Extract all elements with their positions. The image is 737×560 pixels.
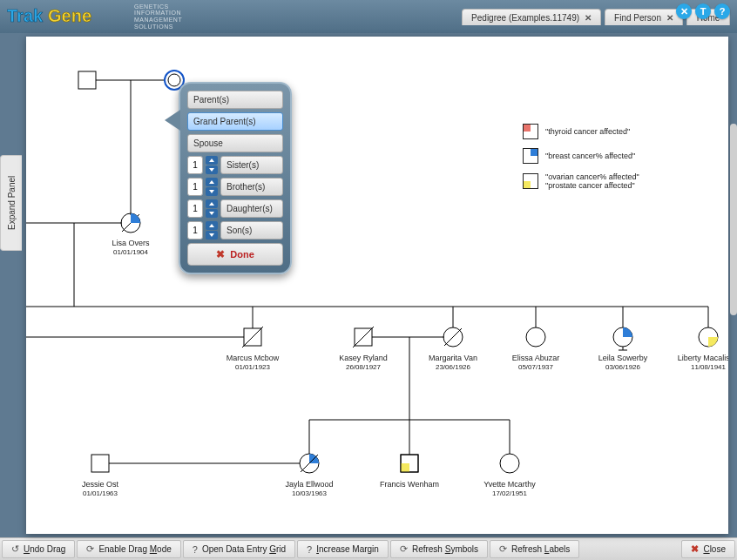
person-date: 01/01/1923 [235, 363, 271, 371]
help-icon[interactable]: ? [714, 3, 730, 19]
svg-line-14 [444, 328, 462, 346]
person-name: Kasey Ryland [339, 354, 388, 362]
legend-label: "prostate cancer affected" [545, 181, 639, 190]
popup-option-brothers[interactable]: Brother(s) [220, 178, 283, 196]
pedigree-canvas[interactable]: Lisa Overs 01/01/1904 Marcus Mcbow 01/01… [26, 37, 728, 534]
legend-swatch-thyroid [523, 124, 538, 139]
expand-panel-button[interactable]: Expand Panel [0, 155, 22, 251]
svg-marker-36 [209, 224, 214, 227]
female-symbol-yvette[interactable] [500, 454, 519, 473]
tab-label: Pedigree (Examples.11749) [471, 13, 579, 23]
chevron-down-icon[interactable] [206, 165, 218, 174]
popup-option-sons[interactable]: Son(s) [220, 221, 283, 240]
bottom-toolbar: ↺ Undo Drag ⟳ Enable Drag Mode ? Open Da… [0, 537, 737, 560]
app-logo: Trak Gene GENETICS INFORMATION MANAGEMEN… [7, 3, 182, 30]
svg-text:Gene: Gene [48, 6, 91, 25]
popup-option-spouse[interactable]: Spouse [187, 134, 283, 152]
close-icon[interactable]: ✕ [676, 3, 692, 19]
female-symbol-elissa[interactable] [526, 327, 545, 347]
chevron-down-icon[interactable] [206, 187, 218, 196]
person-name: Marcus Mcbow [227, 354, 280, 362]
count-field-sisters[interactable]: 1 [187, 156, 203, 174]
male-symbol-jessie[interactable] [91, 455, 109, 472]
chevron-down-icon[interactable] [206, 231, 218, 240]
count-stepper-sons[interactable] [206, 221, 218, 240]
person-date: 03/06/1926 [605, 363, 641, 371]
person-name: Yvette Mcarthy [483, 480, 536, 489]
svg-line-12 [353, 327, 374, 347]
popup-option-daughters[interactable]: Daughter(s) [220, 199, 283, 218]
app-header: Trak Gene GENETICS INFORMATION MANAGEMEN… [0, 0, 737, 33]
person-date: 10/03/1963 [292, 489, 328, 497]
count-field-daughters[interactable]: 1 [187, 199, 203, 218]
refresh-labels-button[interactable]: ⟳ Refresh Labels [490, 540, 579, 558]
help-icon: ? [193, 544, 198, 555]
svg-marker-32 [209, 180, 214, 184]
legend-swatch-breast [523, 148, 538, 164]
chevron-up-icon[interactable] [206, 178, 218, 186]
person-name: Leila Sowerby [598, 354, 648, 362]
popup-option-grandparents[interactable]: Grand Parent(s) [187, 112, 283, 131]
tab-find-person[interactable]: Find Person ✕ [605, 9, 683, 25]
svg-marker-30 [209, 159, 214, 162]
chevron-up-icon[interactable] [206, 221, 218, 230]
count-stepper-brothers[interactable] [206, 178, 218, 196]
svg-rect-27 [401, 463, 409, 472]
refresh-icon: ⟳ [86, 543, 94, 555]
logo-tagline: GENETICS INFORMATION MANAGEMENT SOLUTION… [134, 3, 182, 30]
male-symbol[interactable] [78, 71, 96, 89]
count-stepper-daughters[interactable] [206, 199, 218, 218]
chevron-up-icon[interactable] [206, 199, 218, 208]
chevron-up-icon[interactable] [206, 156, 218, 165]
tab-close-icon[interactable]: ✕ [585, 13, 592, 23]
svg-marker-34 [209, 202, 214, 206]
increase-margin-button[interactable]: ? Increase Margin [297, 540, 389, 558]
enable-drag-mode-button[interactable]: ⟳ Enable Drag Mode [77, 540, 180, 558]
legend-label: "ovarian cancer% affected" [545, 172, 639, 181]
refresh-icon: ⟳ [400, 543, 408, 555]
tab-pedigree[interactable]: Pedigree (Examples.11749) ✕ [462, 9, 601, 25]
person-name: Margarita Van [429, 354, 477, 362]
legend-label: "thyroid cancer affected" [545, 127, 630, 136]
svg-text:Trak: Trak [7, 6, 44, 25]
count-field-brothers[interactable]: 1 [187, 178, 203, 196]
popup-done-label: Done [230, 249, 254, 260]
count-stepper-sisters[interactable] [206, 156, 218, 174]
person-date: 05/07/1937 [518, 363, 554, 371]
refresh-symbols-button[interactable]: ⟳ Refresh Symbols [390, 540, 488, 558]
vertical-scrollbar[interactable] [728, 37, 737, 534]
svg-marker-37 [209, 233, 214, 237]
person-name: Elissa Abuzar [512, 354, 560, 362]
logo-wordmark: Trak Gene [7, 4, 129, 29]
text-tool-icon[interactable]: T [695, 3, 711, 19]
add-relative-popup: Parent(s) Grand Parent(s) Spouse 1 Siste… [179, 82, 292, 274]
person-name: Jessie Ost [82, 480, 119, 489]
count-field-sons[interactable]: 1 [187, 221, 203, 240]
open-data-entry-grid-button[interactable]: ? Open Data Entry Grid [183, 540, 295, 558]
pedigree-svg: Lisa Overs 01/01/1904 Marcus Mcbow 01/01… [26, 37, 728, 534]
popup-done-button[interactable]: ✖ Done [187, 243, 283, 266]
legend-label: "breast cancer% affected" [545, 152, 635, 160]
svg-line-10 [242, 327, 263, 347]
close-icon: ✖ [691, 543, 699, 555]
svg-point-3 [168, 74, 180, 86]
tab-label: Find Person [614, 13, 661, 23]
popup-option-sisters[interactable]: Sister(s) [220, 156, 283, 174]
undo-drag-button[interactable]: ↺ Undo Drag [2, 540, 75, 558]
header-action-icons: ✕ T ? [676, 3, 730, 19]
person-date: 17/02/1951 [492, 489, 528, 497]
tab-close-icon[interactable]: ✕ [666, 13, 673, 23]
legend: "thyroid cancer affected" "breast cancer… [523, 124, 639, 199]
undo-icon: ↺ [11, 543, 19, 555]
help-icon: ? [307, 544, 312, 555]
person-name: Lisa Overs [112, 239, 150, 247]
scrollbar-thumb[interactable] [730, 124, 737, 315]
legend-swatch-ovarian-prostate [523, 173, 538, 189]
close-button[interactable]: ✖ Close [681, 540, 735, 558]
popup-option-parents[interactable]: Parent(s) [187, 91, 283, 109]
person-date: 23/06/1926 [436, 363, 471, 371]
chevron-down-icon[interactable] [206, 209, 218, 218]
person-date: 01/01/1963 [83, 489, 118, 497]
svg-marker-33 [209, 190, 214, 193]
svg-marker-31 [209, 168, 214, 172]
